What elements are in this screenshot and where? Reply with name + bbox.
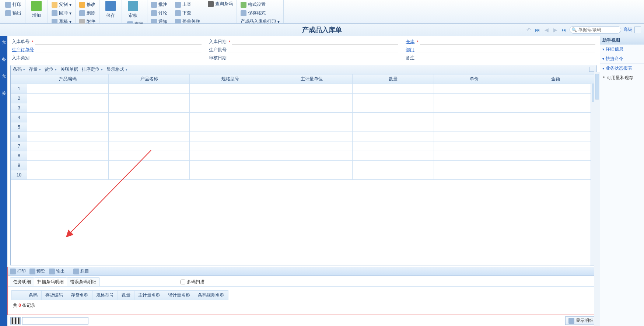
prev-record-icon[interactable]: ◀	[543, 27, 550, 33]
grid-column-header[interactable]: 金额	[515, 74, 596, 84]
grid-cell[interactable]	[108, 141, 190, 151]
grid-cell[interactable]	[434, 84, 515, 94]
export-button[interactable]: 输出	[4, 9, 23, 17]
grid-cell[interactable]	[271, 141, 353, 151]
grid-cell[interactable]	[352, 84, 434, 94]
first-record-icon[interactable]: ⏮	[534, 27, 541, 33]
grid-cell[interactable]	[434, 161, 515, 170]
grid-cell[interactable]	[27, 113, 109, 122]
grid-column-header[interactable]: 单价	[434, 74, 515, 84]
grid-cell[interactable]	[271, 132, 353, 141]
detail-grid[interactable]: 产品编码产品名称规格型号主计量单位数量单价金额12345678910	[11, 74, 596, 266]
section-quick-cmd[interactable]: 快捷命令	[600, 54, 644, 64]
grid-cell[interactable]	[434, 141, 515, 151]
lower-preview-button[interactable]: 预览	[29, 268, 45, 274]
grid-cell[interactable]	[434, 151, 515, 161]
lower-column-header[interactable]: 存货编码	[42, 291, 67, 300]
grid-cell[interactable]	[108, 161, 190, 170]
grid-column-header[interactable]: 数量	[352, 74, 434, 84]
grid-cell[interactable]	[434, 132, 515, 141]
copy-button[interactable]: 复制 ▾	[50, 1, 73, 8]
warehouse-label[interactable]: 仓库	[406, 39, 414, 45]
tab-task-detail[interactable]: 任务明细	[10, 277, 34, 286]
multiscan-checkbox[interactable]: 多码扫描	[181, 279, 204, 285]
grid-cell[interactable]	[271, 103, 353, 113]
related-doc-button[interactable]: 关联单据	[60, 66, 78, 73]
grid-cell[interactable]	[27, 132, 109, 141]
grid-cell[interactable]	[27, 151, 109, 161]
right-item-avail[interactable]: 可用量和现存	[600, 73, 644, 83]
grid-cell[interactable]	[190, 161, 271, 170]
add-button[interactable]: 增加	[28, 0, 45, 20]
lower-print-button[interactable]: 打印	[10, 268, 26, 274]
lower-columns-button[interactable]: 栏目	[73, 268, 89, 274]
billdate-input[interactable]	[232, 38, 398, 45]
grid-cell[interactable]	[190, 84, 271, 94]
grid-cell[interactable]	[190, 94, 271, 103]
prodorder-label[interactable]: 生产订单号	[12, 47, 34, 53]
lower-column-header[interactable]: 存货名称	[67, 291, 92, 300]
grid-cell[interactable]	[108, 103, 190, 113]
grid-cell[interactable]	[271, 113, 353, 122]
grid-cell[interactable]	[108, 94, 190, 103]
grid-cell[interactable]	[190, 141, 271, 151]
grid-cell[interactable]	[515, 113, 596, 122]
grid-cell[interactable]	[108, 132, 190, 141]
grid-cell[interactable]	[27, 103, 109, 113]
grid-cell[interactable]	[27, 94, 109, 103]
grid-cell[interactable]	[352, 122, 434, 132]
grid-cell[interactable]	[27, 122, 109, 132]
lower-column-header[interactable]: 辅计量名称	[164, 291, 194, 300]
sidebar-tab[interactable]: 关	[0, 91, 7, 97]
sidebar-tab[interactable]: 亢	[0, 74, 7, 80]
grid-cell[interactable]	[352, 161, 434, 170]
grid-cell[interactable]	[27, 161, 109, 170]
tab-error-barcode[interactable]: 错误条码明细	[67, 277, 100, 286]
search-box[interactable]: 🔍	[570, 26, 621, 34]
barcode-dropdown[interactable]: 条码	[13, 66, 25, 73]
delete-button[interactable]: 删除	[78, 9, 97, 17]
grid-cell[interactable]	[108, 113, 190, 122]
grid-cell[interactable]	[434, 113, 515, 122]
undo-nav-icon[interactable]: ↶	[525, 27, 532, 33]
expand-column[interactable]	[12, 291, 25, 300]
section-biz-report[interactable]: 业务状态报表	[600, 64, 644, 73]
grid-cell[interactable]	[190, 151, 271, 161]
grid-cell[interactable]	[271, 94, 353, 103]
display-dropdown[interactable]: 显示格式	[106, 66, 127, 73]
grid-cell[interactable]	[352, 113, 434, 122]
lower-column-header[interactable]: 条码	[25, 291, 42, 300]
grid-column-header[interactable]: 产品编码	[27, 74, 109, 84]
grid-cell[interactable]	[190, 103, 271, 113]
grid-cell[interactable]	[271, 122, 353, 132]
grid-cell[interactable]	[271, 151, 353, 161]
next-record-icon[interactable]: ▶	[552, 27, 559, 33]
discuss-button[interactable]: 讨论	[150, 9, 169, 17]
batch-note-button[interactable]: 批注	[150, 1, 169, 8]
grid-cell[interactable]	[27, 84, 109, 94]
sidebar-tab[interactable]: 务	[0, 57, 7, 63]
grid-cell[interactable]	[515, 132, 596, 141]
trace-down-button[interactable]: 下查	[174, 9, 202, 17]
grid-cell[interactable]	[352, 132, 434, 141]
grid-cell[interactable]	[515, 170, 596, 180]
show-detail-button[interactable]: 显示明细	[565, 316, 597, 325]
grid-cell[interactable]	[434, 170, 515, 180]
last-record-icon[interactable]: ⏭	[561, 27, 567, 33]
lower-column-header[interactable]: 数量	[118, 291, 134, 300]
intype-input[interactable]	[31, 55, 202, 61]
grid-column-header[interactable]: 规格型号	[190, 74, 271, 84]
dept-label[interactable]: 部门	[406, 47, 414, 53]
grid-cell[interactable]	[352, 94, 434, 103]
tab-scan-barcode[interactable]: 扫描条码明细	[34, 277, 67, 286]
warehouse-input[interactable]	[420, 38, 595, 45]
grid-column-header[interactable]: 产品名称	[108, 74, 190, 84]
auditdate-input[interactable]	[228, 55, 399, 61]
memo-input[interactable]	[416, 55, 595, 61]
sort-dropdown[interactable]: 排序定位	[82, 66, 103, 73]
grid-cell[interactable]	[515, 161, 596, 170]
prodorder-input[interactable]	[35, 46, 202, 53]
grid-cell[interactable]	[515, 151, 596, 161]
stock-dropdown[interactable]: 存量	[29, 66, 41, 73]
grid-cell[interactable]	[190, 132, 271, 141]
